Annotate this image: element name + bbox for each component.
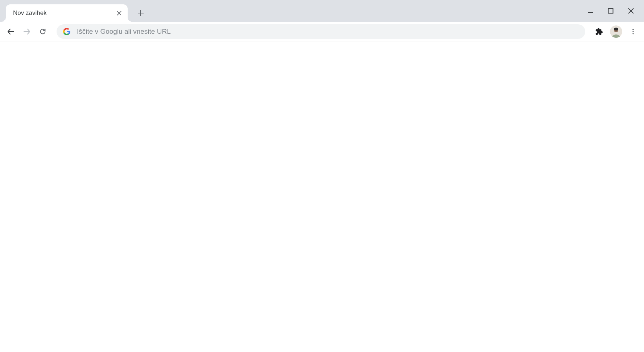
- minimize-button[interactable]: [585, 6, 595, 16]
- back-button[interactable]: [4, 25, 17, 38]
- new-tab-button[interactable]: [134, 7, 147, 20]
- menu-button[interactable]: [627, 25, 640, 38]
- extension-icon: [595, 28, 603, 36]
- plus-icon: [137, 10, 144, 16]
- tab-title: Nov zavihek: [13, 9, 115, 17]
- svg-rect-0: [608, 9, 613, 13]
- close-icon: [628, 8, 634, 14]
- page-content: [0, 41, 644, 352]
- svg-point-4: [632, 31, 633, 32]
- more-vertical-icon: [629, 28, 637, 35]
- window-controls: [585, 0, 644, 22]
- arrow-right-icon: [22, 27, 31, 36]
- reload-icon: [39, 28, 47, 36]
- forward-button[interactable]: [20, 25, 33, 38]
- minimize-icon: [587, 8, 594, 14]
- arrow-left-icon: [7, 27, 15, 36]
- extensions-button[interactable]: [593, 25, 606, 38]
- avatar-icon: [610, 25, 622, 38]
- google-icon: [63, 28, 70, 35]
- profile-avatar[interactable]: [610, 25, 622, 38]
- maximize-button[interactable]: [606, 6, 616, 16]
- address-input[interactable]: [77, 28, 579, 36]
- titlebar: Nov zavihek: [0, 0, 644, 22]
- omnibox[interactable]: [57, 24, 585, 39]
- close-window-button[interactable]: [626, 6, 636, 16]
- svg-point-5: [632, 33, 633, 34]
- browser-tab[interactable]: Nov zavihek: [6, 4, 128, 22]
- maximize-icon: [608, 8, 614, 14]
- reload-button[interactable]: [36, 25, 49, 38]
- toolbar: [0, 22, 644, 41]
- close-icon: [116, 11, 122, 16]
- svg-point-3: [632, 29, 633, 30]
- tab-close-button[interactable]: [115, 9, 123, 17]
